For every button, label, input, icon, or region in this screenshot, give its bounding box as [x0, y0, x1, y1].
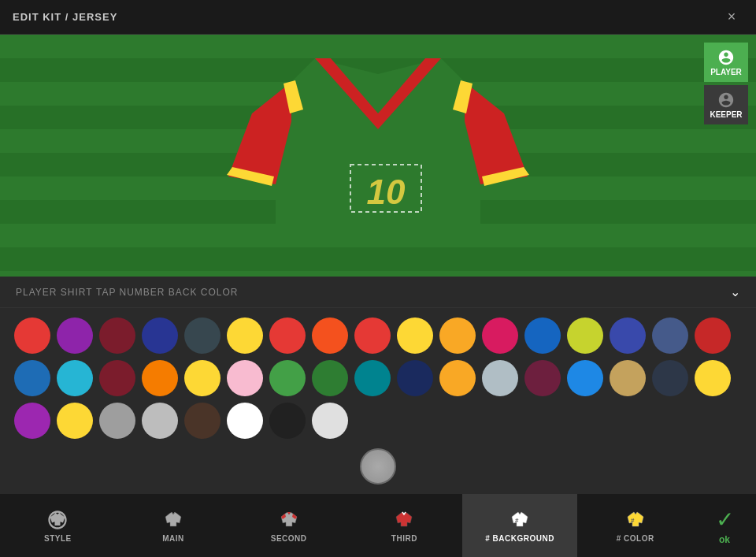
color-swatch[interactable] — [354, 360, 391, 396]
panel-title: PLAYER SHIRT TAP NUMBER BACK COLOR — [16, 287, 239, 298]
transparent-color-swatch[interactable] — [360, 448, 396, 485]
color-swatch[interactable] — [142, 317, 178, 354]
color-swatch[interactable] — [312, 360, 348, 396]
jersey-container: 10 — [205, 50, 551, 255]
toolbar-color[interactable]: # # COLOR — [577, 494, 693, 557]
color-swatch[interactable] — [482, 317, 518, 354]
color-swatch[interactable] — [524, 317, 561, 354]
color-swatch[interactable] — [652, 360, 688, 396]
player-view-button[interactable]: Player — [704, 43, 748, 82]
color-swatch[interactable] — [610, 360, 646, 396]
toolbar-second[interactable]: SECOND — [231, 494, 346, 557]
color-swatch[interactable] — [99, 403, 135, 439]
color-swatch[interactable] — [652, 317, 688, 354]
svg-text:#: # — [515, 517, 519, 524]
color-swatch[interactable] — [227, 403, 263, 439]
color-swatch[interactable] — [695, 360, 731, 396]
svg-text:10: 10 — [367, 173, 406, 211]
color-swatch[interactable] — [184, 403, 220, 439]
kit-preview-area: 10 Player Keeper — [0, 35, 756, 277]
ok-label: ok — [719, 534, 730, 545]
color-swatch[interactable] — [99, 317, 135, 354]
color-swatch[interactable] — [567, 317, 603, 354]
background-label: # BACKGROUND — [485, 534, 554, 543]
close-button[interactable]: × — [720, 6, 743, 29]
color-swatch[interactable] — [312, 317, 348, 354]
color-swatch[interactable] — [57, 317, 93, 354]
color-swatch[interactable] — [14, 403, 50, 439]
color-swatch[interactable] — [312, 403, 348, 439]
toolbar-third[interactable]: ThIRd — [346, 494, 462, 557]
modal-header: EDIT KIT / JERSEY × — [0, 0, 756, 35]
color-swatch[interactable] — [57, 403, 93, 439]
edit-kit-modal: EDIT KIT / JERSEY × — [0, 0, 756, 557]
color-panel: PLAYER SHIRT TAP NUMBER BACK COLOR ⌄ — [0, 277, 756, 494]
color-swatch[interactable] — [184, 317, 220, 354]
color-swatch[interactable] — [57, 360, 93, 396]
color-swatch[interactable] — [439, 360, 476, 396]
color-swatch[interactable] — [227, 360, 263, 396]
panel-chevron[interactable]: ⌄ — [730, 284, 740, 299]
color-grid — [0, 308, 756, 448]
color-swatch[interactable] — [269, 360, 306, 396]
main-label: MAIN — [162, 534, 184, 543]
keeper-label: Keeper — [710, 110, 742, 119]
color-swatch[interactable] — [695, 317, 731, 354]
view-buttons: Player Keeper — [704, 43, 748, 124]
color-swatch[interactable] — [524, 360, 561, 396]
bottom-toolbar: STYLE MAIN SECOND ThIRd — [0, 494, 756, 557]
modal-title: EDIT KIT / JERSEY — [13, 11, 117, 23]
third-label: ThIRd — [391, 534, 417, 543]
style-label: STYLE — [44, 534, 72, 543]
color-swatch[interactable] — [567, 360, 603, 396]
color-swatch[interactable] — [142, 403, 178, 439]
toolbar-main[interactable]: MAIN — [116, 494, 232, 557]
color-swatch[interactable] — [14, 317, 50, 354]
color-swatch[interactable] — [482, 360, 518, 396]
color-swatch[interactable] — [99, 360, 135, 396]
color-swatch[interactable] — [269, 317, 306, 354]
ok-checkmark: ✓ — [716, 507, 734, 533]
color-swatch[interactable] — [354, 317, 391, 354]
toolbar-style[interactable]: STYLE — [0, 494, 116, 557]
color-swatch[interactable] — [142, 360, 178, 396]
color-label: # COLOR — [617, 534, 654, 543]
player-label: Player — [710, 68, 742, 76]
color-swatch[interactable] — [269, 403, 306, 439]
keeper-view-button[interactable]: Keeper — [704, 85, 748, 124]
color-swatch[interactable] — [184, 360, 220, 396]
color-swatch[interactable] — [397, 317, 433, 354]
color-swatch[interactable] — [439, 317, 476, 354]
color-swatch[interactable] — [227, 317, 263, 354]
color-swatch[interactable] — [610, 317, 646, 354]
ok-button[interactable]: ✓ ok — [693, 494, 756, 557]
svg-text:#: # — [631, 517, 635, 524]
second-label: SECOND — [271, 534, 307, 543]
color-swatch[interactable] — [397, 360, 433, 396]
color-swatch[interactable] — [14, 360, 50, 396]
toolbar-background[interactable]: # # BACKGROUND — [462, 494, 578, 557]
panel-header: PLAYER SHIRT TAP NUMBER BACK COLOR ⌄ — [0, 277, 756, 308]
